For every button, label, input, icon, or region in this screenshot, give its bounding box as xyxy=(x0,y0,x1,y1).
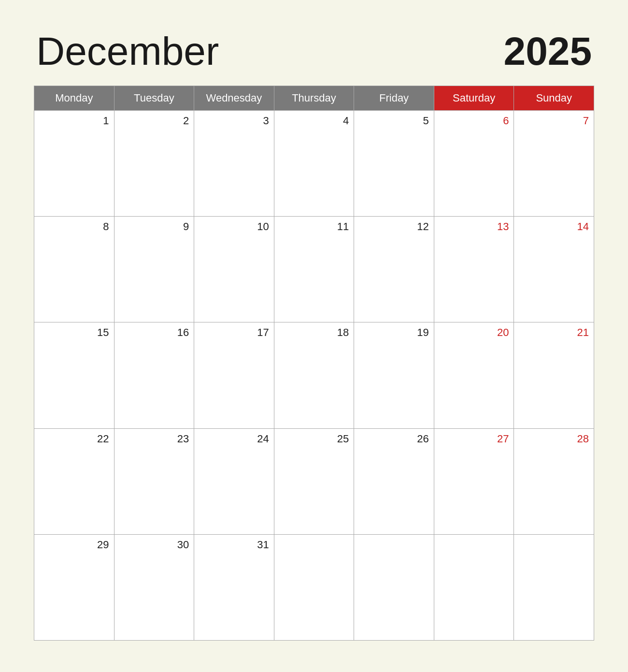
day-number: 31 xyxy=(199,539,269,551)
day-number: 17 xyxy=(199,326,269,339)
day-number: 13 xyxy=(439,220,509,233)
day-cell[interactable]: 1 xyxy=(34,111,114,217)
day-headers: MondayTuesdayWednesdayThursdayFridaySatu… xyxy=(34,86,594,111)
day-header-sunday: Sunday xyxy=(514,86,594,111)
day-number: 3 xyxy=(199,115,269,127)
day-number: 2 xyxy=(119,115,189,127)
day-cell[interactable]: 18 xyxy=(274,322,355,428)
day-number: 29 xyxy=(39,539,109,551)
day-cell[interactable]: 25 xyxy=(274,429,355,535)
day-header-label: Monday xyxy=(55,92,93,104)
day-cell[interactable]: 24 xyxy=(194,429,274,535)
day-header-saturday: Saturday xyxy=(434,86,514,111)
day-number: 4 xyxy=(279,115,349,127)
week-row: 293031 xyxy=(34,535,594,641)
day-cell[interactable]: 16 xyxy=(114,322,195,428)
day-number: 5 xyxy=(359,115,429,127)
month-title: December xyxy=(36,31,219,71)
day-number: 19 xyxy=(359,326,429,339)
day-number: 16 xyxy=(119,326,189,339)
day-number: 1 xyxy=(39,115,109,127)
day-number: 18 xyxy=(279,326,349,339)
day-header-friday: Friday xyxy=(354,86,434,111)
day-cell[interactable]: 6 xyxy=(434,111,514,217)
day-header-label: Sunday xyxy=(536,92,572,104)
day-number: 8 xyxy=(39,220,109,233)
day-cell[interactable]: 5 xyxy=(354,111,434,217)
calendar-container: December 2025 MondayTuesdayWednesdayThur… xyxy=(34,31,594,641)
week-row: 891011121314 xyxy=(34,217,594,322)
day-cell[interactable] xyxy=(274,535,355,641)
day-number: 26 xyxy=(359,433,429,445)
day-cell[interactable]: 13 xyxy=(434,217,514,322)
day-cell[interactable]: 28 xyxy=(514,429,594,535)
day-cell[interactable]: 8 xyxy=(34,217,114,322)
day-cell[interactable]: 20 xyxy=(434,322,514,428)
day-number: 10 xyxy=(199,220,269,233)
day-cell[interactable]: 12 xyxy=(354,217,434,322)
day-header-label: Saturday xyxy=(453,92,495,104)
day-number: 9 xyxy=(119,220,189,233)
day-cell[interactable]: 26 xyxy=(354,429,434,535)
day-cell[interactable] xyxy=(434,535,514,641)
day-cell[interactable]: 2 xyxy=(114,111,195,217)
day-number: 6 xyxy=(439,115,509,127)
day-number: 24 xyxy=(199,433,269,445)
day-header-label: Wednesday xyxy=(206,92,262,104)
day-number: 21 xyxy=(519,326,589,339)
day-cell[interactable]: 23 xyxy=(114,429,195,535)
day-cell[interactable]: 29 xyxy=(34,535,114,641)
week-row: 22232425262728 xyxy=(34,429,594,535)
day-number: 15 xyxy=(39,326,109,339)
day-number: 20 xyxy=(439,326,509,339)
day-cell[interactable]: 30 xyxy=(114,535,195,641)
day-number: 7 xyxy=(519,115,589,127)
day-cell[interactable]: 4 xyxy=(274,111,355,217)
day-number: 30 xyxy=(119,539,189,551)
day-number: 28 xyxy=(519,433,589,445)
calendar-grid: MondayTuesdayWednesdayThursdayFridaySatu… xyxy=(34,86,594,641)
day-cell[interactable] xyxy=(354,535,434,641)
day-number: 27 xyxy=(439,433,509,445)
year-title: 2025 xyxy=(504,31,592,71)
day-cell[interactable]: 15 xyxy=(34,322,114,428)
day-header-label: Thursday xyxy=(292,92,336,104)
day-header-thursday: Thursday xyxy=(274,86,355,111)
day-cell[interactable]: 7 xyxy=(514,111,594,217)
week-row: 1234567 xyxy=(34,111,594,217)
day-header-label: Tuesday xyxy=(134,92,174,104)
day-header-monday: Monday xyxy=(34,86,114,111)
day-cell[interactable]: 31 xyxy=(194,535,274,641)
day-cell[interactable] xyxy=(514,535,594,641)
day-cell[interactable]: 3 xyxy=(194,111,274,217)
day-cell[interactable]: 11 xyxy=(274,217,355,322)
day-header-tuesday: Tuesday xyxy=(114,86,195,111)
day-cell[interactable]: 19 xyxy=(354,322,434,428)
day-number: 25 xyxy=(279,433,349,445)
week-row: 15161718192021 xyxy=(34,322,594,428)
day-cell[interactable]: 27 xyxy=(434,429,514,535)
day-cell[interactable]: 14 xyxy=(514,217,594,322)
day-number: 23 xyxy=(119,433,189,445)
day-cell[interactable]: 21 xyxy=(514,322,594,428)
day-cell[interactable]: 9 xyxy=(114,217,195,322)
day-number: 14 xyxy=(519,220,589,233)
day-cell[interactable]: 10 xyxy=(194,217,274,322)
day-cell[interactable]: 17 xyxy=(194,322,274,428)
day-header-label: Friday xyxy=(379,92,409,104)
day-cell[interactable]: 22 xyxy=(34,429,114,535)
day-header-wednesday: Wednesday xyxy=(194,86,274,111)
weeks-container: 1234567891011121314151617181920212223242… xyxy=(34,111,594,641)
calendar-header: December 2025 xyxy=(34,31,594,71)
day-number: 12 xyxy=(359,220,429,233)
day-number: 11 xyxy=(279,220,349,233)
day-number: 22 xyxy=(39,433,109,445)
